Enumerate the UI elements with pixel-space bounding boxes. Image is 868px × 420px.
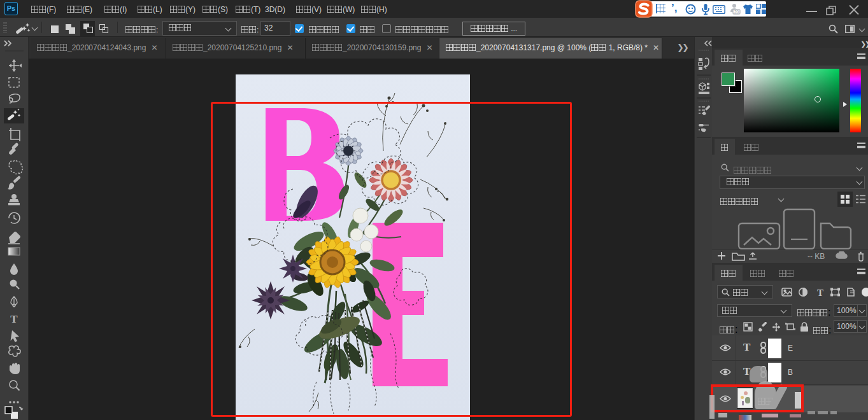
svg-text:T: T	[817, 288, 823, 297]
svg-text:20: 20	[734, 10, 739, 14]
svg-text:T: T	[10, 313, 18, 325]
svg-text:-- KB: -- KB	[808, 252, 825, 261]
